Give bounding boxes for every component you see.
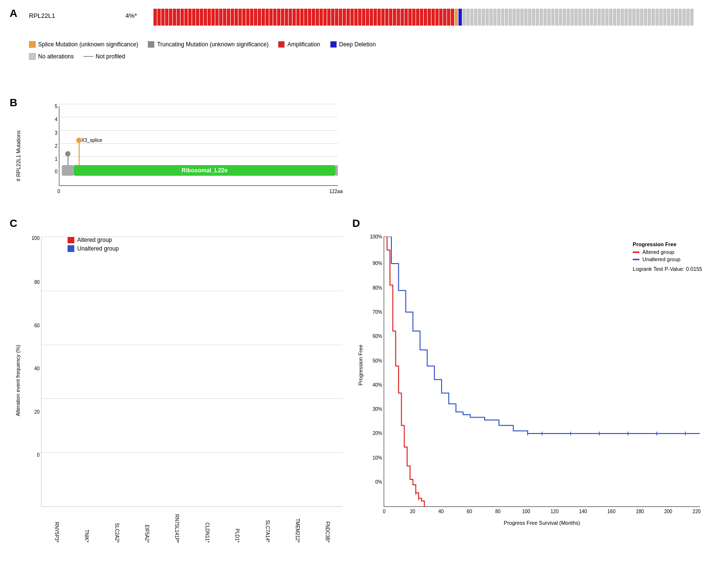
track-cell — [516, 9, 520, 26]
gridline-2 — [59, 143, 338, 144]
track-cell — [381, 9, 385, 26]
legend-splice: Splice Mutation (unknown significance) — [29, 41, 138, 48]
track-cell — [597, 9, 601, 26]
km-ytick-80: 80% — [373, 285, 384, 291]
track-cell — [408, 9, 412, 26]
km-unaltered-label: Unaltered group — [642, 256, 680, 262]
track-cell — [366, 9, 370, 26]
km-ytick-40: 40% — [373, 382, 384, 388]
track-cell — [659, 9, 663, 26]
track-cell — [443, 9, 447, 26]
track-cell — [455, 9, 458, 26]
track-cell — [327, 9, 331, 26]
km-ytick-60: 60% — [373, 334, 384, 339]
track-cell — [621, 9, 625, 26]
track-cell — [486, 9, 489, 26]
track-cell — [208, 9, 211, 26]
track-cell — [567, 9, 570, 26]
track-cell — [285, 9, 289, 26]
legend-no-alteration: No alterations — [29, 53, 74, 60]
track-cell — [377, 9, 381, 26]
track-cell — [254, 9, 258, 26]
track-cell — [563, 9, 567, 26]
track-cell — [462, 9, 466, 26]
track-cell — [404, 9, 408, 26]
lollipop-area: # RPL22L1 Mutations 5 4 3 2 1 0 Ribosoma… — [39, 106, 338, 196]
ytick-5: 5 — [55, 104, 59, 109]
deep-deletion-label: Deep Deletion — [339, 41, 376, 48]
track-cell — [431, 9, 435, 26]
track-cell — [663, 9, 667, 26]
ytick-3: 3 — [55, 130, 59, 136]
domain-gray-right — [335, 165, 338, 176]
track-cell — [223, 9, 227, 26]
track-cell — [370, 9, 374, 26]
track-cell — [188, 9, 192, 26]
track-cell — [482, 9, 486, 26]
track-cell — [686, 9, 690, 26]
track-cell — [493, 9, 497, 26]
bar-x-label: SLC2A2* — [114, 523, 120, 543]
km-ytick-90: 90% — [373, 261, 384, 266]
lollipop-y-axis-label: # RPL22L1 Mutations — [15, 130, 21, 182]
bar-x-label: FNDC3B* — [325, 521, 330, 543]
bar-gridline-40 — [42, 398, 343, 399]
track-cell — [613, 9, 617, 26]
track-cell — [204, 9, 208, 26]
km-pvalue: Logrank Test P-Value: 0.0155 — [633, 266, 702, 272]
bar-gridline-20 — [42, 452, 343, 453]
bar-ytick-20: 20 — [34, 409, 42, 415]
track-cell — [478, 9, 482, 26]
km-ytick-100: 100% — [370, 234, 384, 239]
km-xtick-200: 200 — [664, 509, 672, 514]
bar-x-label: CLDN11* — [205, 522, 210, 543]
track-cell — [509, 9, 513, 26]
track-cell — [435, 9, 439, 26]
track-cell — [628, 9, 632, 26]
km-ytick-30: 30% — [373, 406, 384, 412]
track-cell — [586, 9, 590, 26]
track-cell — [304, 9, 308, 26]
bar-chart-y-label: Alteration event frequency (%) — [15, 345, 21, 416]
track-cell — [335, 9, 339, 26]
x-label-start: 0 — [57, 189, 60, 194]
track-cell — [428, 9, 431, 26]
bar-x-label: TMEM212* — [295, 518, 300, 543]
km-xtick-0: 0 — [383, 509, 386, 514]
ytick-2: 2 — [55, 143, 59, 149]
track-cell — [331, 9, 335, 26]
deep-deletion-swatch — [330, 41, 337, 48]
track-cell — [246, 9, 250, 26]
track-cell — [238, 9, 242, 26]
track-cell — [319, 9, 323, 26]
lollipop-stick-1 — [79, 142, 80, 165]
amplification-swatch — [278, 41, 285, 48]
km-legend-altered: Altered group — [633, 249, 702, 255]
track-cell — [551, 9, 555, 26]
km-xtick-20: 20 — [410, 509, 415, 514]
track-cell — [451, 9, 455, 26]
track-cell — [397, 9, 401, 26]
track-cell — [385, 9, 389, 26]
km-ytick-10: 10% — [373, 455, 384, 461]
track-cell — [675, 9, 679, 26]
km-xtick-220: 220 — [693, 509, 701, 514]
km-legend-title: Progression Free — [633, 241, 702, 247]
bar-gridline-80 — [42, 291, 343, 291]
track-cell — [671, 9, 675, 26]
ytick-1: 1 — [55, 156, 59, 162]
track-cell — [308, 9, 312, 26]
track-cell — [347, 9, 350, 26]
track-cell — [601, 9, 605, 26]
track-cell — [343, 9, 347, 26]
ytick-4: 4 — [55, 117, 59, 122]
truncating-swatch — [148, 41, 154, 48]
track-cell — [690, 9, 694, 26]
track-cell — [180, 9, 184, 26]
bar-x-label: RN7SL141P* — [174, 514, 180, 543]
panel-c: C Altered group Unaltered group Alterati… — [10, 217, 347, 555]
track-cell — [582, 9, 586, 26]
bar-ytick-0: 0 — [37, 452, 42, 458]
track-cell — [447, 9, 451, 26]
track-cell — [505, 9, 509, 26]
